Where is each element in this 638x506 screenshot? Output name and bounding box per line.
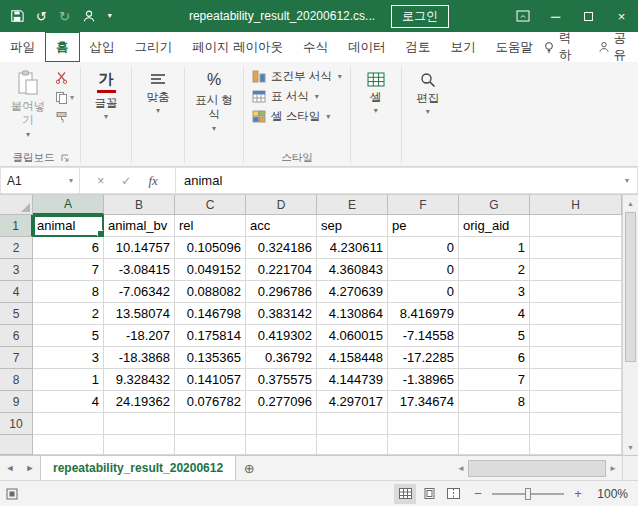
column-header-F[interactable]: F — [388, 195, 459, 215]
restore-button[interactable] — [572, 0, 605, 32]
close-button[interactable]: × — [605, 0, 638, 32]
cell-E7[interactable]: 4.158448 — [317, 347, 388, 369]
hscroll-left-icon[interactable]: ◄ — [454, 464, 468, 473]
qat-dropdown-icon[interactable]: ▾ — [108, 12, 112, 20]
vertical-scrollbar-track[interactable] — [623, 363, 638, 439]
name-box[interactable]: A1 ▾ — [0, 167, 80, 194]
column-header-C[interactable]: C — [175, 195, 246, 215]
paste-button[interactable]: 붙여넣기 ▾ — [4, 65, 52, 149]
cell-D6[interactable]: 0.419302 — [246, 325, 317, 347]
cell-B3[interactable]: -3.08415 — [104, 259, 175, 281]
select-all-button[interactable] — [0, 195, 33, 215]
cell-G9[interactable]: 8 — [459, 391, 530, 413]
cell-H3[interactable] — [530, 259, 622, 281]
cell-A5[interactable]: 2 — [33, 303, 104, 325]
cell-B8[interactable]: 9.328432 — [104, 369, 175, 391]
cell-C3[interactable]: 0.049152 — [175, 259, 246, 281]
cell-D4[interactable]: 0.296786 — [246, 281, 317, 303]
cell-B2[interactable]: 10.14757 — [104, 237, 175, 259]
cell-C6[interactable]: 0.175814 — [175, 325, 246, 347]
user-account-icon[interactable] — [82, 9, 96, 23]
formula-bar-expand-icon[interactable]: ▾ — [625, 177, 629, 185]
cell-G3[interactable]: 2 — [459, 259, 530, 281]
cell-styles-button[interactable]: 셀 스타일 ▾ — [249, 108, 345, 125]
cell-F6[interactable]: -7.14558 — [388, 325, 459, 347]
formula-input[interactable]: animal ▾ — [176, 167, 638, 194]
cell-C4[interactable]: 0.088082 — [175, 281, 246, 303]
cell-E6[interactable]: 4.060015 — [317, 325, 388, 347]
row-header-7[interactable]: 7 — [0, 347, 33, 369]
cell-B10[interactable] — [104, 413, 175, 435]
page-break-view-button[interactable] — [442, 484, 464, 504]
sheet-tab-active[interactable]: repeatability_result_20200612 — [40, 456, 236, 480]
cell-C8[interactable]: 0.141057 — [175, 369, 246, 391]
cell-A8[interactable]: 1 — [33, 369, 104, 391]
cancel-icon[interactable]: × — [97, 174, 104, 188]
cell-D5[interactable]: 0.383142 — [246, 303, 317, 325]
row-header-6[interactable]: 6 — [0, 325, 33, 347]
cell-F4[interactable]: 0 — [388, 281, 459, 303]
copy-button[interactable]: ▾ — [55, 91, 74, 104]
cell-G4[interactable]: 3 — [459, 281, 530, 303]
cell-D11[interactable] — [246, 435, 317, 455]
cell-A11[interactable] — [33, 435, 104, 455]
new-sheet-button[interactable]: ⊕ — [236, 456, 262, 480]
cell-E5[interactable]: 4.130864 — [317, 303, 388, 325]
cell-C9[interactable]: 0.076782 — [175, 391, 246, 413]
row-header-8[interactable]: 8 — [0, 369, 33, 391]
cell-A10[interactable] — [33, 413, 104, 435]
vertical-scrollbar-thumb[interactable] — [625, 212, 636, 362]
cell-B6[interactable]: -18.207 — [104, 325, 175, 347]
scroll-down-icon[interactable]: ▼ — [623, 439, 638, 455]
cell-F5[interactable]: 8.416979 — [388, 303, 459, 325]
cell-G2[interactable]: 1 — [459, 237, 530, 259]
hscroll-right-icon[interactable]: ► — [606, 464, 620, 473]
cell-F10[interactable] — [388, 413, 459, 435]
cell-F3[interactable]: 0 — [388, 259, 459, 281]
cell-E2[interactable]: 4.230611 — [317, 237, 388, 259]
cell-B9[interactable]: 24.19362 — [104, 391, 175, 413]
cell-C2[interactable]: 0.105096 — [175, 237, 246, 259]
insert-function-button[interactable]: fx — [148, 173, 157, 189]
tab-review[interactable]: 검토 — [395, 32, 440, 62]
row-header-5[interactable]: 5 — [0, 303, 33, 325]
vertical-scrollbar[interactable]: ▲ ▼ — [622, 195, 638, 455]
undo-icon[interactable]: ↺ — [36, 10, 47, 23]
tab-file[interactable]: 파일 — [0, 32, 45, 62]
cut-button[interactable] — [55, 71, 74, 84]
tab-data[interactable]: 데이터 — [338, 32, 396, 62]
zoom-level[interactable]: 100% — [592, 487, 628, 501]
login-button[interactable]: 로그인 — [391, 5, 449, 28]
normal-view-button[interactable] — [394, 484, 416, 504]
cell-F2[interactable]: 0 — [388, 237, 459, 259]
zoom-out-button[interactable]: − — [472, 486, 484, 501]
cell-E11[interactable] — [317, 435, 388, 455]
share-button[interactable]: 공유 — [598, 30, 627, 64]
cell-G8[interactable]: 7 — [459, 369, 530, 391]
tab-insert[interactable]: 삽입 — [80, 32, 125, 62]
tab-draw[interactable]: 그리기 — [125, 32, 183, 62]
cell-D7[interactable]: 0.36792 — [246, 347, 317, 369]
cells-button[interactable]: 셀 ▾ — [354, 65, 398, 165]
cell-F7[interactable]: -17.2285 — [388, 347, 459, 369]
cell-B7[interactable]: -18.3868 — [104, 347, 175, 369]
scroll-up-icon[interactable]: ▲ — [623, 195, 638, 211]
column-header-H[interactable]: H — [530, 195, 622, 215]
row-header-10[interactable]: 10 — [0, 413, 33, 435]
cell-B11[interactable] — [104, 435, 175, 455]
cell-D10[interactable] — [246, 413, 317, 435]
column-header-G[interactable]: G — [459, 195, 530, 215]
format-as-table-button[interactable]: 표 서식 ▾ — [249, 88, 345, 105]
cell-D8[interactable]: 0.375575 — [246, 369, 317, 391]
cell-G5[interactable]: 4 — [459, 303, 530, 325]
clipboard-dialog-launcher-icon[interactable] — [61, 154, 69, 162]
column-header-E[interactable]: E — [317, 195, 388, 215]
cell-A4[interactable]: 8 — [33, 281, 104, 303]
cell-E1[interactable]: sep — [317, 215, 388, 237]
cell-H5[interactable] — [530, 303, 622, 325]
format-painter-button[interactable] — [55, 111, 74, 124]
row-header-3[interactable]: 3 — [0, 259, 33, 281]
redo-icon[interactable]: ↻ — [59, 10, 70, 23]
cell-E8[interactable]: 4.144739 — [317, 369, 388, 391]
row-header-1[interactable]: 1 — [0, 215, 33, 237]
